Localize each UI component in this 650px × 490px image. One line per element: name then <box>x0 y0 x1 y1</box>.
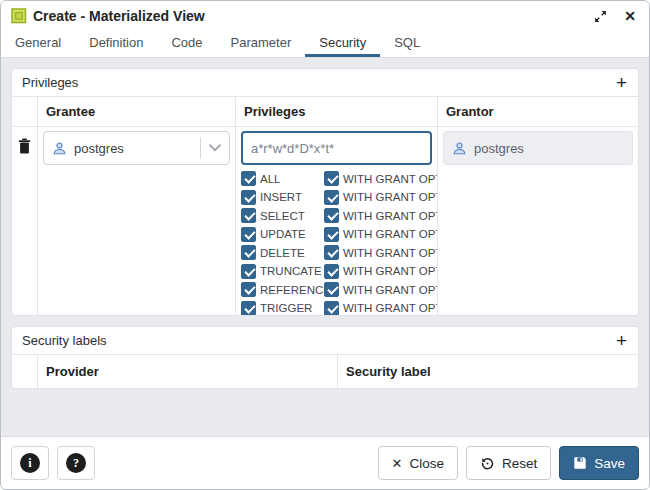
security-labels-section-title: Security labels <box>22 333 107 348</box>
create-materialized-view-dialog: Create - Materialized View ✕ General Def… <box>0 0 650 490</box>
tab-bar: General Definition Code Parameter Securi… <box>1 31 649 58</box>
save-icon <box>573 456 587 470</box>
privileges-action-column <box>12 97 38 126</box>
select-separator <box>200 137 201 159</box>
grant-option-label: WITH GRANT OPTION <box>343 284 438 296</box>
tab[interactable]: Parameter <box>217 31 306 57</box>
chevron-down-icon <box>209 144 221 152</box>
privilege-option-row: UPDATE WITH GRANT OPTION <box>241 227 432 242</box>
grant-option-label: WITH GRANT OPTION <box>343 228 438 240</box>
privileges-section-header: Privileges + <box>12 69 638 97</box>
reset-icon <box>480 456 495 471</box>
security-labels-action-column <box>12 355 38 388</box>
privilege-checkbox[interactable] <box>241 190 256 205</box>
grant-option-label: WITH GRANT OPTION <box>343 173 438 185</box>
tab[interactable]: Code <box>157 31 216 57</box>
privilege-checkbox[interactable] <box>241 264 256 279</box>
security-labels-table-header: Provider Security label <box>12 355 638 388</box>
privilege-option-row: SELECT WITH GRANT OPTION <box>241 208 432 223</box>
privilege-option-row: REFERENCES WITH GRANT OPTION <box>241 282 432 297</box>
security-labels-section-header: Security labels + <box>12 327 638 355</box>
info-icon: i <box>20 453 40 473</box>
reset-button[interactable]: Reset <box>466 446 551 480</box>
grantor-column-header: Grantor <box>438 97 638 126</box>
grantor-value: postgres <box>474 141 524 156</box>
add-privilege-button[interactable]: + <box>613 73 630 92</box>
info-button[interactable]: i <box>11 446 49 480</box>
grantee-value: postgres <box>74 141 124 156</box>
grant-option-checkbox[interactable] <box>324 282 339 297</box>
grant-option-label: WITH GRANT OPTION <box>343 265 438 277</box>
titlebar: Create - Materialized View ✕ <box>1 1 649 31</box>
privileges-input[interactable] <box>241 131 432 165</box>
save-button[interactable]: Save <box>559 446 639 480</box>
privilege-label: TRIGGER <box>260 302 324 314</box>
dialog-footer: i ? ✕ Close Reset <box>1 436 649 489</box>
help-icon: ? <box>66 453 86 473</box>
grant-option-label: WITH GRANT OPTION <box>343 210 438 222</box>
privilege-label: ALL <box>260 173 324 185</box>
grant-option-label: WITH GRANT OPTION <box>343 247 438 259</box>
privilege-checkbox[interactable] <box>241 227 256 242</box>
delete-row-icon[interactable] <box>18 138 31 311</box>
user-icon <box>452 141 467 156</box>
dialog-content: Privileges + Grantee Privileges Grantor <box>1 58 649 436</box>
grant-option-label: WITH GRANT OPTION <box>343 302 438 314</box>
grant-option-label: WITH GRANT OPTION <box>343 191 438 203</box>
privileges-section: Privileges + Grantee Privileges Grantor <box>11 68 639 316</box>
privileges-column-header: Privileges <box>236 97 438 126</box>
privileges-section-title: Privileges <box>22 75 78 90</box>
grantor-field: postgres <box>443 131 633 165</box>
help-button[interactable]: ? <box>57 446 95 480</box>
provider-column-header: Provider <box>38 355 338 388</box>
privilege-checkbox[interactable] <box>241 171 256 186</box>
privilege-checkbox[interactable] <box>241 208 256 223</box>
privileges-checklist: ALL WITH GRANT OPTION INSERT WITH GRANT … <box>241 171 432 315</box>
privilege-label: REFERENCES <box>260 284 324 296</box>
grant-option-checkbox[interactable] <box>324 208 339 223</box>
privilege-checkbox[interactable] <box>241 245 256 260</box>
close-button[interactable]: ✕ Close <box>378 446 458 480</box>
privilege-label: SELECT <box>260 210 324 222</box>
grant-option-checkbox[interactable] <box>324 227 339 242</box>
dialog-title: Create - Materialized View <box>33 8 205 24</box>
privilege-label: INSERT <box>260 191 324 203</box>
privilege-label: UPDATE <box>260 228 324 240</box>
security-label-column-header: Security label <box>338 355 638 388</box>
close-x-icon: ✕ <box>392 457 403 470</box>
add-security-label-button[interactable]: + <box>613 331 630 350</box>
user-icon <box>52 141 67 156</box>
grantee-select[interactable]: postgres <box>43 131 230 165</box>
privilege-label: TRUNCATE <box>260 265 324 277</box>
grant-option-checkbox[interactable] <box>324 245 339 260</box>
privileges-table-header: Grantee Privileges Grantor <box>12 97 638 127</box>
tab[interactable]: Definition <box>75 31 157 57</box>
privileges-table-row: postgres <box>12 127 638 315</box>
security-labels-section: Security labels + Provider Security labe… <box>11 326 639 389</box>
privilege-option-row: DELETE WITH GRANT OPTION <box>241 245 432 260</box>
privilege-checkbox[interactable] <box>241 282 256 297</box>
grantee-column-header: Grantee <box>38 97 236 126</box>
grant-option-checkbox[interactable] <box>324 264 339 279</box>
privilege-option-row: TRIGGER WITH GRANT OPTION <box>241 301 432 316</box>
materialized-view-icon <box>11 8 27 24</box>
grant-option-checkbox[interactable] <box>324 190 339 205</box>
privilege-option-row: TRUNCATE WITH GRANT OPTION <box>241 264 432 279</box>
privilege-label: DELETE <box>260 247 324 259</box>
maximize-icon[interactable] <box>593 9 607 23</box>
grant-option-checkbox[interactable] <box>324 301 339 316</box>
tab[interactable]: SQL <box>380 31 434 57</box>
close-icon[interactable]: ✕ <box>623 9 637 23</box>
grant-option-checkbox[interactable] <box>324 171 339 186</box>
tab[interactable]: General <box>1 31 75 57</box>
privilege-checkbox[interactable] <box>241 301 256 316</box>
privilege-option-row: ALL WITH GRANT OPTION <box>241 171 432 186</box>
privilege-option-row: INSERT WITH GRANT OPTION <box>241 190 432 205</box>
tab[interactable]: Security <box>305 31 380 57</box>
